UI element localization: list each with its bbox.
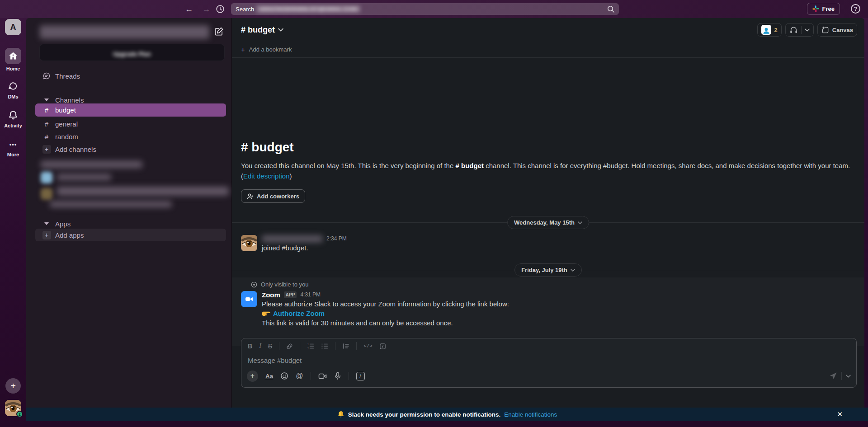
canvas-button[interactable]: Canvas: [817, 23, 857, 37]
rail-home-label: Home: [6, 66, 20, 71]
rail-item-more[interactable]: ••• More: [7, 139, 19, 157]
send-button[interactable]: [829, 372, 837, 380]
banner-text: Slack needs your permission to enable no…: [348, 411, 501, 418]
message-author-avatar[interactable]: [241, 235, 257, 251]
redacted-dm-name[interactable]: [57, 187, 229, 196]
members-button[interactable]: 2: [757, 23, 782, 37]
channel-title-button[interactable]: # budget: [241, 25, 283, 35]
add-bookmark-bar[interactable]: + Add a bookmark: [232, 42, 864, 58]
attach-plus-button[interactable]: +: [247, 371, 258, 382]
help-button[interactable]: ?: [851, 4, 860, 14]
history-clock-icon[interactable]: [216, 5, 225, 14]
date-pill-button[interactable]: Wednesday, May 15th: [507, 216, 589, 229]
threads-label: Threads: [55, 72, 80, 80]
divider: [279, 342, 279, 350]
slash-commands-button[interactable]: /: [356, 372, 365, 380]
message-timestamp[interactable]: 4:31 PM: [300, 291, 321, 298]
redacted-dm-avatar[interactable]: [41, 172, 52, 183]
sidebar-channel-budget[interactable]: # budget: [35, 103, 226, 117]
divider: [300, 342, 300, 350]
create-new-button[interactable]: +: [5, 378, 21, 394]
channel-title: # budget: [241, 25, 275, 35]
add-coworkers-button[interactable]: Add coworkers: [241, 189, 305, 203]
show-formatting-button[interactable]: Aa: [265, 373, 273, 380]
search-text: Search: [236, 6, 254, 13]
sidebar-add-channels[interactable]: + Add channels: [35, 143, 226, 155]
message-composer[interactable]: B I S 1 2: [241, 338, 857, 388]
sidebar-item-threads[interactable]: Threads: [35, 70, 226, 82]
history-forward-button[interactable]: →: [200, 3, 212, 15]
huddle-button[interactable]: [785, 23, 814, 37]
rail-item-dms[interactable]: DMs: [5, 80, 21, 99]
send-options-chevron-icon[interactable]: [846, 375, 851, 378]
canvas-label: Canvas: [832, 27, 853, 33]
workspace-avatar[interactable]: A: [5, 19, 21, 35]
zoom-message-line1: Please authorize Slack to access your Zo…: [262, 300, 509, 308]
channel-header-actions: 2: [757, 23, 857, 37]
redacted-dm-name[interactable]: [50, 201, 172, 207]
free-plan-badge[interactable]: Free: [807, 3, 840, 15]
audio-clip-button[interactable]: [334, 372, 341, 380]
workspace-name-redacted[interactable]: [40, 25, 209, 39]
date-label: Friday, July 19th: [521, 267, 567, 273]
message-body: 2:34 PM joined #budget.: [262, 235, 347, 252]
rail-item-activity[interactable]: Activity: [4, 109, 22, 128]
sidebar-channel-general[interactable]: # general: [35, 118, 226, 130]
bold-button[interactable]: B: [248, 343, 252, 350]
strikethrough-button[interactable]: S: [268, 343, 272, 350]
message-timestamp[interactable]: 2:34 PM: [326, 235, 347, 242]
link-button[interactable]: [286, 343, 293, 350]
blockquote-button[interactable]: [342, 343, 349, 349]
plus-icon: +: [42, 231, 52, 239]
composer-action-bar: + Aa @ /: [241, 366, 856, 385]
video-clip-button[interactable]: [318, 372, 327, 380]
bullet-list-button[interactable]: [321, 343, 328, 349]
add-person-icon: [247, 193, 254, 200]
more-dots-icon: •••: [9, 139, 17, 150]
history-back-button[interactable]: ←: [183, 3, 195, 15]
headphones-icon: [789, 26, 798, 34]
redacted-dm-section-header[interactable]: [41, 161, 142, 168]
ephemeral-message-block: Only visible to you Zoom APP 4:31 PM Ple…: [232, 277, 864, 346]
compose-icon[interactable]: [214, 27, 224, 37]
authorize-zoom-link[interactable]: Authorize Zoom: [273, 310, 325, 317]
zoom-message-body: Zoom APP 4:31 PM Please authorize Slack …: [262, 291, 509, 327]
sidebar-channel-random[interactable]: # random: [35, 131, 226, 142]
threads-icon: [42, 72, 52, 80]
enable-notifications-link[interactable]: Enable notifications: [504, 411, 557, 418]
zoom-app-avatar[interactable]: [241, 291, 257, 307]
hash-icon: #: [42, 120, 52, 128]
rail-item-home[interactable]: Home: [5, 48, 21, 71]
chevron-down-icon: [42, 222, 52, 225]
chevron-down-icon[interactable]: [805, 28, 810, 32]
redacted-dm-name[interactable]: [57, 174, 111, 180]
app-name[interactable]: Zoom: [262, 291, 280, 299]
close-icon[interactable]: ✕: [837, 410, 843, 418]
add-bookmark-label: Add a bookmark: [249, 46, 292, 53]
apps-section-header[interactable]: Apps: [35, 219, 226, 229]
date-pill-button[interactable]: Friday, July 19th: [514, 263, 582, 277]
message-input[interactable]: Message #budget: [241, 354, 856, 366]
emoji-button[interactable]: [280, 372, 288, 380]
eye-icon: [251, 282, 257, 288]
search-input[interactable]: Search AMAZINGMINIMALIST@GMAIL.COM: [231, 3, 619, 15]
plus-icon: +: [241, 46, 245, 53]
message-joined: 2:34 PM joined #budget.: [241, 235, 347, 252]
rail-bottom: + z: [0, 378, 26, 416]
mention-button[interactable]: @: [296, 372, 303, 380]
code-button[interactable]: </>: [363, 343, 373, 349]
upgrade-plan-button[interactable]: Upgrade Plan: [39, 44, 225, 61]
divider: [801, 26, 802, 34]
ordered-list-button[interactable]: 1 2: [307, 343, 314, 349]
code-block-button[interactable]: [379, 343, 386, 350]
message-author-name-redacted[interactable]: [262, 235, 323, 242]
only-visible-row: Only visible to you: [251, 281, 864, 288]
chevron-down-icon: [571, 269, 575, 272]
home-icon: [5, 48, 21, 64]
redacted-dm-avatar[interactable]: [41, 188, 52, 200]
edit-description-link[interactable]: Edit description: [243, 172, 290, 180]
user-avatar[interactable]: z: [5, 400, 21, 416]
member-count: 2: [774, 27, 778, 33]
italic-button[interactable]: I: [259, 343, 261, 350]
sidebar-add-apps[interactable]: + Add apps: [35, 229, 226, 241]
